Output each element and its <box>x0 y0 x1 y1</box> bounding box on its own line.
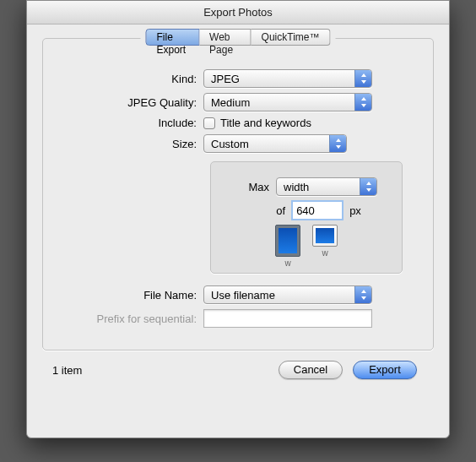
kind-select[interactable]: JPEG <box>203 69 372 88</box>
title-keywords-label: Title and keywords <box>220 117 311 129</box>
quality-select[interactable]: Medium <box>203 93 372 111</box>
pixels-input[interactable] <box>292 201 343 220</box>
select-arrows-icon <box>354 94 371 111</box>
orientation-portrait[interactable]: w <box>275 225 300 268</box>
quality-value: Medium <box>204 96 354 109</box>
prefix-input[interactable] <box>203 309 372 328</box>
filename-select[interactable]: Use filename <box>203 285 372 304</box>
quality-label: JPEG Quality: <box>58 96 203 109</box>
tab-quicktime[interactable]: QuickTime™ <box>252 29 331 46</box>
tab-web-page[interactable]: Web Page <box>199 29 252 46</box>
select-arrows-icon <box>360 178 376 195</box>
export-button[interactable]: Export <box>353 361 417 379</box>
size-select[interactable]: Custom <box>203 134 347 153</box>
dimension-value: width <box>277 181 360 193</box>
tab-file-export[interactable]: File Export <box>146 29 200 46</box>
dialog-title: Export Photos <box>27 1 449 24</box>
select-arrows-icon <box>329 135 346 152</box>
dialog-footer: 1 item Cancel Export <box>42 351 434 379</box>
select-arrows-icon <box>354 70 371 87</box>
size-label: Size: <box>58 138 203 150</box>
orientation-portrait-label: w <box>275 258 300 268</box>
orientation-landscape-label: w <box>312 248 338 258</box>
tab-group: File Export Web Page QuickTime™ <box>141 29 336 46</box>
max-label: Max <box>235 181 269 193</box>
item-count: 1 item <box>52 364 268 377</box>
px-label: px <box>349 204 361 217</box>
of-label: of <box>252 204 285 217</box>
prefix-label: Prefix for sequential: <box>58 313 203 325</box>
orientation-landscape[interactable]: w <box>312 225 338 268</box>
include-label: Include: <box>58 117 203 129</box>
size-subpanel: Max width of px w <box>210 161 403 274</box>
kind-label: Kind: <box>58 73 203 85</box>
filename-value: Use filename <box>204 289 354 302</box>
cancel-button[interactable]: Cancel <box>279 361 343 379</box>
dimension-select[interactable]: width <box>276 177 377 196</box>
export-photos-dialog: Export Photos File Export Web Page Quick… <box>26 0 450 438</box>
options-panel: File Export Web Page QuickTime™ Kind: JP… <box>42 38 434 351</box>
title-keywords-checkbox[interactable] <box>203 117 215 129</box>
filename-label: File Name: <box>58 289 203 302</box>
select-arrows-icon <box>354 286 371 303</box>
kind-value: JPEG <box>204 73 354 85</box>
size-value: Custom <box>204 138 329 150</box>
